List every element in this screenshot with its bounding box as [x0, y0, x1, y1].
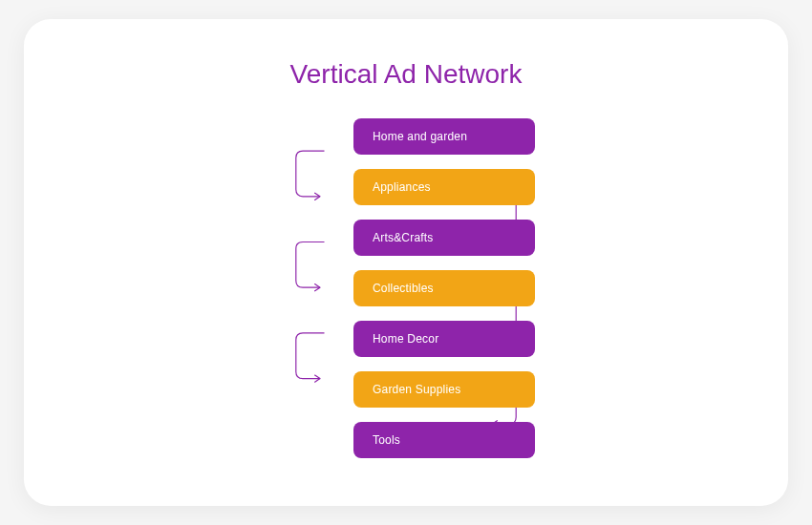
node-appliances: Appliances: [353, 169, 535, 205]
node-label: Arts&Crafts: [373, 231, 434, 244]
node-collectibles: Collectibles: [353, 270, 535, 306]
node-label: Home Decor: [373, 332, 438, 346]
node-label: Appliances: [373, 180, 431, 194]
node-label: Tools: [373, 433, 400, 447]
node-label: Collectibles: [373, 282, 434, 295]
diagram-title: Vertical Ad Network: [62, 59, 750, 90]
node-home-and-garden: Home and garden: [353, 118, 535, 155]
node-arts-crafts: Arts&Crafts: [353, 220, 535, 256]
node-home-decor: Home Decor: [353, 321, 535, 357]
node-label: Home and garden: [373, 130, 467, 143]
diagram-container: Home and garden Appliances Arts&Crafts C…: [62, 90, 750, 472]
diagram-card: Vertical Ad Network: [24, 19, 788, 506]
node-tools: Tools: [353, 422, 535, 458]
node-garden-supplies: Garden Supplies: [353, 371, 535, 408]
node-label: Garden Supplies: [373, 383, 460, 396]
